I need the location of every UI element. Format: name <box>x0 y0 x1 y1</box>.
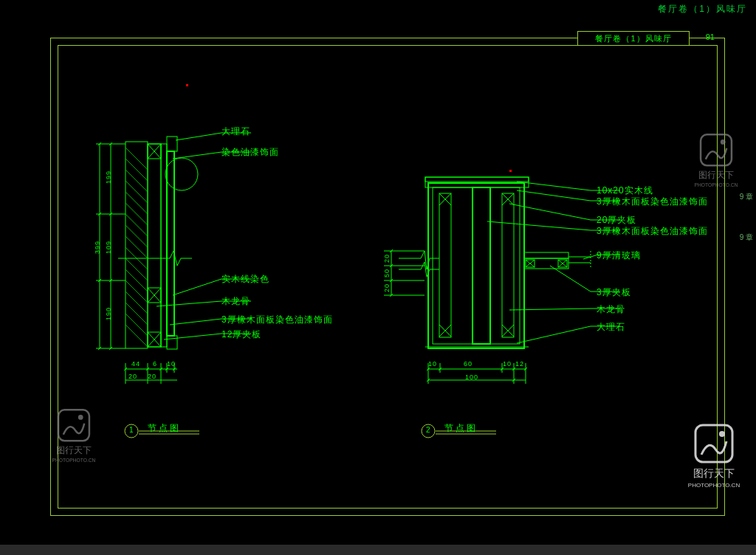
watermark-icon-3: 图行天下 PHOTOPHOTO.CN <box>47 404 100 468</box>
svg-text:图行天下: 图行天下 <box>698 170 734 180</box>
svg-text:PHOTOPHOTO.CN: PHOTOPHOTO.CN <box>695 182 738 187</box>
watermark-icon-2: 图行天下 PHOTOPHOTO.CN <box>690 129 743 193</box>
cad-page: 餐厅卷（1）风味厅 餐厅卷（1）风味厅 91 9 章 9 章 <box>0 0 756 545</box>
svg-point-121 <box>721 139 726 145</box>
svg-text:图行天下: 图行天下 <box>56 446 92 455</box>
d2-title: 节点图 <box>444 422 478 435</box>
red-marker-1 <box>186 84 188 86</box>
d2-title-bubble <box>0 0 756 555</box>
svg-text:PHOTOPHOTO.CN: PHOTOPHOTO.CN <box>52 458 96 463</box>
svg-point-119 <box>719 431 725 437</box>
red-marker-2 <box>509 170 512 172</box>
wm-url: PHOTOPHOTO.CN <box>688 482 740 489</box>
wm-brand: 图行天下 <box>693 468 735 479</box>
watermark-icon: 图行天下 PHOTOPHOTO.CN <box>682 419 746 493</box>
svg-point-125 <box>78 415 83 420</box>
d2-title-num: 2 <box>426 426 431 434</box>
